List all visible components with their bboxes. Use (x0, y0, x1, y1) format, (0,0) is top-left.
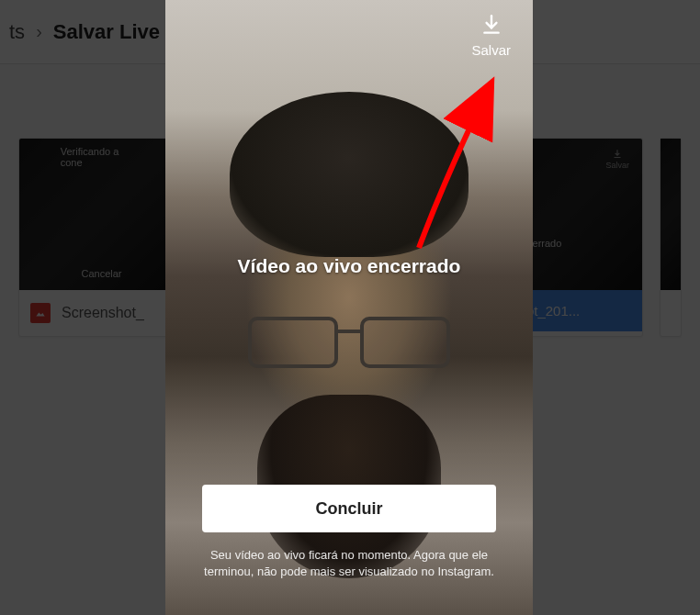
video-still-hair (230, 92, 469, 257)
conclude-button[interactable]: Concluir (202, 485, 496, 532)
save-button[interactable]: Salvar (471, 13, 511, 58)
video-still-glasses (248, 317, 450, 361)
live-ended-title: Vídeo ao vivo encerrado (165, 255, 533, 277)
conclude-label: Concluir (315, 499, 382, 519)
save-label: Salvar (471, 42, 511, 58)
download-icon (480, 13, 503, 37)
footer-note: Seu vídeo ao vivo ficará no momento. Ago… (193, 547, 505, 580)
live-ended-modal: Salvar Vídeo ao vivo encerrado Concluir … (165, 0, 533, 615)
